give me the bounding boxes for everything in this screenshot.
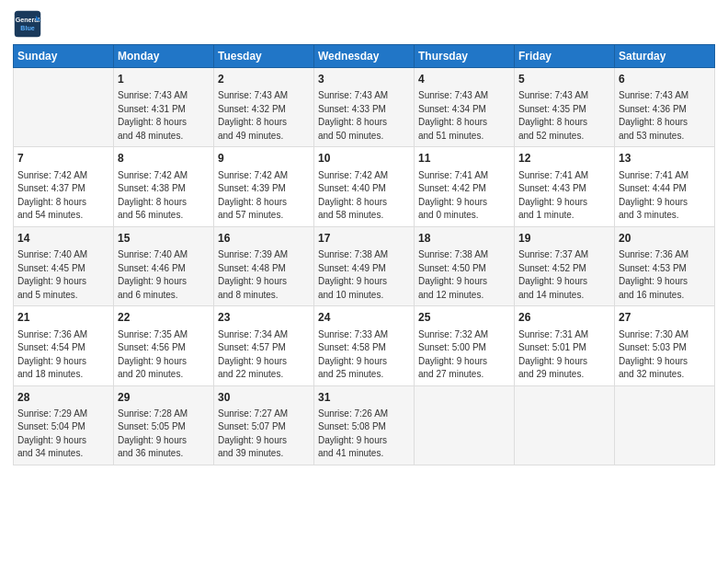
page-container: General Blue SundayMondayTuesdayWednesda… bbox=[0, 0, 728, 475]
weekday-header-saturday: Saturday bbox=[615, 45, 715, 68]
calendar-cell: 31Sunrise: 7:26 AM Sunset: 5:08 PM Dayli… bbox=[314, 385, 415, 465]
day-info: Sunrise: 7:26 AM Sunset: 5:08 PM Dayligh… bbox=[318, 408, 410, 461]
day-info: Sunrise: 7:35 AM Sunset: 4:56 PM Dayligh… bbox=[118, 328, 210, 382]
calendar-cell bbox=[415, 385, 515, 465]
day-info: Sunrise: 7:32 AM Sunset: 5:00 PM Dayligh… bbox=[418, 328, 510, 382]
day-info: Sunrise: 7:43 AM Sunset: 4:31 PM Dayligh… bbox=[118, 89, 210, 143]
day-info: Sunrise: 7:36 AM Sunset: 4:54 PM Dayligh… bbox=[17, 328, 109, 382]
week-row-5: 28Sunrise: 7:29 AM Sunset: 5:04 PM Dayli… bbox=[14, 385, 715, 465]
day-number: 18 bbox=[418, 231, 510, 247]
calendar-cell: 15Sunrise: 7:40 AM Sunset: 4:46 PM Dayli… bbox=[114, 226, 214, 305]
day-number: 5 bbox=[518, 72, 610, 87]
day-info: Sunrise: 7:30 AM Sunset: 5:03 PM Dayligh… bbox=[619, 328, 711, 382]
week-row-2: 7Sunrise: 7:42 AM Sunset: 4:37 PM Daylig… bbox=[14, 147, 715, 226]
calendar-cell: 20Sunrise: 7:36 AM Sunset: 4:53 PM Dayli… bbox=[615, 226, 715, 305]
calendar-cell: 17Sunrise: 7:38 AM Sunset: 4:49 PM Dayli… bbox=[314, 226, 415, 305]
calendar-cell: 1Sunrise: 7:43 AM Sunset: 4:31 PM Daylig… bbox=[114, 68, 214, 147]
calendar-cell: 24Sunrise: 7:33 AM Sunset: 4:58 PM Dayli… bbox=[314, 306, 415, 385]
calendar-cell: 13Sunrise: 7:41 AM Sunset: 4:44 PM Dayli… bbox=[615, 147, 715, 226]
day-info: Sunrise: 7:41 AM Sunset: 4:44 PM Dayligh… bbox=[619, 169, 711, 223]
weekday-header-sunday: Sunday bbox=[14, 45, 114, 68]
day-number: 6 bbox=[619, 72, 711, 87]
calendar-cell: 22Sunrise: 7:35 AM Sunset: 4:56 PM Dayli… bbox=[114, 306, 214, 385]
day-number: 15 bbox=[118, 231, 210, 247]
day-info: Sunrise: 7:43 AM Sunset: 4:34 PM Dayligh… bbox=[418, 89, 510, 143]
day-number: 7 bbox=[17, 151, 109, 167]
weekday-header-thursday: Thursday bbox=[415, 45, 515, 68]
day-number: 23 bbox=[218, 310, 310, 326]
calendar-cell: 29Sunrise: 7:28 AM Sunset: 5:05 PM Dayli… bbox=[114, 385, 214, 465]
weekday-header-monday: Monday bbox=[114, 45, 214, 68]
calendar-cell: 5Sunrise: 7:43 AM Sunset: 4:35 PM Daylig… bbox=[515, 68, 615, 147]
day-info: Sunrise: 7:38 AM Sunset: 4:50 PM Dayligh… bbox=[418, 248, 510, 302]
weekday-header-tuesday: Tuesday bbox=[214, 45, 314, 68]
week-row-4: 21Sunrise: 7:36 AM Sunset: 4:54 PM Dayli… bbox=[14, 306, 715, 385]
day-info: Sunrise: 7:40 AM Sunset: 4:45 PM Dayligh… bbox=[17, 248, 109, 302]
day-info: Sunrise: 7:41 AM Sunset: 4:43 PM Dayligh… bbox=[518, 169, 610, 223]
day-number: 28 bbox=[17, 390, 109, 406]
calendar-body: 1Sunrise: 7:43 AM Sunset: 4:31 PM Daylig… bbox=[14, 68, 715, 465]
day-info: Sunrise: 7:43 AM Sunset: 4:35 PM Dayligh… bbox=[518, 89, 610, 143]
day-number: 22 bbox=[118, 310, 210, 326]
day-number: 14 bbox=[17, 231, 109, 247]
day-info: Sunrise: 7:42 AM Sunset: 4:40 PM Dayligh… bbox=[318, 169, 410, 223]
calendar-cell: 27Sunrise: 7:30 AM Sunset: 5:03 PM Dayli… bbox=[615, 306, 715, 385]
calendar-cell: 21Sunrise: 7:36 AM Sunset: 4:54 PM Dayli… bbox=[14, 306, 114, 385]
calendar-header: SundayMondayTuesdayWednesdayThursdayFrid… bbox=[14, 45, 715, 68]
calendar-cell: 25Sunrise: 7:32 AM Sunset: 5:00 PM Dayli… bbox=[415, 306, 515, 385]
calendar-cell: 19Sunrise: 7:37 AM Sunset: 4:52 PM Dayli… bbox=[515, 226, 615, 305]
week-row-3: 14Sunrise: 7:40 AM Sunset: 4:45 PM Dayli… bbox=[14, 226, 715, 305]
weekday-header-wednesday: Wednesday bbox=[314, 45, 415, 68]
calendar-cell bbox=[615, 385, 715, 465]
day-number: 4 bbox=[418, 72, 510, 87]
header: General Blue bbox=[13, 9, 715, 39]
calendar-cell bbox=[14, 68, 114, 147]
svg-text:Blue: Blue bbox=[20, 25, 34, 32]
day-number: 1 bbox=[118, 72, 210, 87]
day-info: Sunrise: 7:42 AM Sunset: 4:37 PM Dayligh… bbox=[17, 169, 109, 223]
day-info: Sunrise: 7:33 AM Sunset: 4:58 PM Dayligh… bbox=[318, 328, 410, 382]
calendar-cell: 30Sunrise: 7:27 AM Sunset: 5:07 PM Dayli… bbox=[214, 385, 314, 465]
day-number: 20 bbox=[619, 231, 711, 247]
day-info: Sunrise: 7:40 AM Sunset: 4:46 PM Dayligh… bbox=[118, 248, 210, 302]
calendar-cell: 6Sunrise: 7:43 AM Sunset: 4:36 PM Daylig… bbox=[615, 68, 715, 147]
day-info: Sunrise: 7:43 AM Sunset: 4:36 PM Dayligh… bbox=[619, 89, 711, 143]
logo-icon: General Blue bbox=[13, 9, 42, 39]
day-number: 24 bbox=[318, 310, 410, 326]
day-number: 16 bbox=[218, 231, 310, 247]
weekday-header-row: SundayMondayTuesdayWednesdayThursdayFrid… bbox=[14, 45, 715, 68]
day-number: 11 bbox=[418, 151, 510, 167]
day-info: Sunrise: 7:42 AM Sunset: 4:39 PM Dayligh… bbox=[218, 169, 310, 223]
calendar-cell: 16Sunrise: 7:39 AM Sunset: 4:48 PM Dayli… bbox=[214, 226, 314, 305]
day-number: 26 bbox=[518, 310, 610, 326]
day-number: 25 bbox=[418, 310, 510, 326]
day-number: 21 bbox=[17, 310, 109, 326]
calendar-table: SundayMondayTuesdayWednesdayThursdayFrid… bbox=[13, 44, 715, 465]
day-info: Sunrise: 7:37 AM Sunset: 4:52 PM Dayligh… bbox=[518, 248, 610, 302]
day-info: Sunrise: 7:43 AM Sunset: 4:32 PM Dayligh… bbox=[218, 89, 310, 143]
day-number: 31 bbox=[318, 390, 410, 406]
day-info: Sunrise: 7:41 AM Sunset: 4:42 PM Dayligh… bbox=[418, 169, 510, 223]
day-info: Sunrise: 7:29 AM Sunset: 5:04 PM Dayligh… bbox=[17, 408, 109, 461]
calendar-cell: 4Sunrise: 7:43 AM Sunset: 4:34 PM Daylig… bbox=[415, 68, 515, 147]
day-number: 13 bbox=[619, 151, 711, 167]
calendar-cell: 28Sunrise: 7:29 AM Sunset: 5:04 PM Dayli… bbox=[14, 385, 114, 465]
day-info: Sunrise: 7:28 AM Sunset: 5:05 PM Dayligh… bbox=[118, 408, 210, 461]
calendar-cell: 12Sunrise: 7:41 AM Sunset: 4:43 PM Dayli… bbox=[515, 147, 615, 226]
day-info: Sunrise: 7:43 AM Sunset: 4:33 PM Dayligh… bbox=[318, 89, 410, 143]
day-info: Sunrise: 7:42 AM Sunset: 4:38 PM Dayligh… bbox=[118, 169, 210, 223]
weekday-header-friday: Friday bbox=[515, 45, 615, 68]
day-number: 17 bbox=[318, 231, 410, 247]
day-info: Sunrise: 7:39 AM Sunset: 4:48 PM Dayligh… bbox=[218, 248, 310, 302]
calendar-cell: 9Sunrise: 7:42 AM Sunset: 4:39 PM Daylig… bbox=[214, 147, 314, 226]
day-info: Sunrise: 7:27 AM Sunset: 5:07 PM Dayligh… bbox=[218, 408, 310, 461]
calendar-cell: 3Sunrise: 7:43 AM Sunset: 4:33 PM Daylig… bbox=[314, 68, 415, 147]
logo: General Blue bbox=[13, 9, 46, 39]
day-number: 27 bbox=[619, 310, 711, 326]
calendar-cell: 10Sunrise: 7:42 AM Sunset: 4:40 PM Dayli… bbox=[314, 147, 415, 226]
calendar-cell: 2Sunrise: 7:43 AM Sunset: 4:32 PM Daylig… bbox=[214, 68, 314, 147]
day-number: 2 bbox=[218, 72, 310, 87]
day-number: 10 bbox=[318, 151, 410, 167]
day-number: 29 bbox=[118, 390, 210, 406]
day-info: Sunrise: 7:38 AM Sunset: 4:49 PM Dayligh… bbox=[318, 248, 410, 302]
